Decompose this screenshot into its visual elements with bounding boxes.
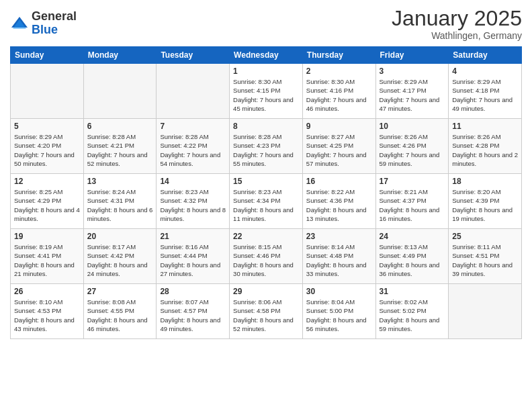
day-number: 13 bbox=[87, 177, 153, 186]
col-thursday: Thursday bbox=[302, 47, 375, 64]
day-detail: Sunrise: 8:30 AM Sunset: 4:16 PM Dayligh… bbox=[306, 77, 372, 113]
table-row: 10Sunrise: 8:26 AM Sunset: 4:26 PM Dayli… bbox=[375, 119, 449, 174]
day-detail: Sunrise: 8:25 AM Sunset: 4:29 PM Dayligh… bbox=[14, 187, 80, 223]
day-number: 17 bbox=[380, 177, 445, 186]
day-detail: Sunrise: 8:28 AM Sunset: 4:23 PM Dayligh… bbox=[233, 132, 299, 168]
day-number: 27 bbox=[87, 287, 153, 296]
day-detail: Sunrise: 8:11 AM Sunset: 4:51 PM Dayligh… bbox=[452, 242, 518, 278]
calendar-week-5: 26Sunrise: 8:10 AM Sunset: 4:53 PM Dayli… bbox=[11, 284, 522, 339]
day-number: 3 bbox=[380, 66, 445, 76]
day-detail: Sunrise: 8:30 AM Sunset: 4:15 PM Dayligh… bbox=[233, 77, 299, 113]
day-number: 6 bbox=[87, 122, 153, 131]
day-number: 19 bbox=[14, 232, 80, 241]
title-block: January 2025 Wathlingen, Germany bbox=[392, 7, 522, 41]
col-wednesday: Wednesday bbox=[230, 47, 303, 64]
table-row bbox=[83, 64, 157, 119]
day-number: 4 bbox=[452, 66, 518, 76]
col-friday: Friday bbox=[375, 47, 449, 64]
day-detail: Sunrise: 8:26 AM Sunset: 4:28 PM Dayligh… bbox=[452, 132, 518, 168]
day-detail: Sunrise: 8:20 AM Sunset: 4:39 PM Dayligh… bbox=[452, 187, 518, 223]
table-row: 18Sunrise: 8:20 AM Sunset: 4:39 PM Dayli… bbox=[449, 174, 522, 229]
day-detail: Sunrise: 8:27 AM Sunset: 4:25 PM Dayligh… bbox=[306, 132, 372, 168]
table-row: 12Sunrise: 8:25 AM Sunset: 4:29 PM Dayli… bbox=[11, 174, 84, 229]
table-row: 23Sunrise: 8:14 AM Sunset: 4:48 PM Dayli… bbox=[302, 229, 375, 284]
col-monday: Monday bbox=[83, 47, 157, 64]
day-detail: Sunrise: 8:19 AM Sunset: 4:41 PM Dayligh… bbox=[14, 242, 80, 278]
col-tuesday: Tuesday bbox=[157, 47, 230, 64]
table-row: 20Sunrise: 8:17 AM Sunset: 4:42 PM Dayli… bbox=[83, 229, 157, 284]
day-detail: Sunrise: 8:06 AM Sunset: 4:58 PM Dayligh… bbox=[233, 298, 299, 333]
table-row: 3Sunrise: 8:29 AM Sunset: 4:17 PM Daylig… bbox=[375, 64, 449, 119]
table-row: 28Sunrise: 8:07 AM Sunset: 4:57 PM Dayli… bbox=[157, 284, 230, 339]
day-number: 30 bbox=[306, 287, 372, 296]
table-row: 6Sunrise: 8:28 AM Sunset: 4:21 PM Daylig… bbox=[83, 119, 157, 174]
table-row: 27Sunrise: 8:08 AM Sunset: 4:55 PM Dayli… bbox=[83, 284, 157, 339]
table-row: 25Sunrise: 8:11 AM Sunset: 4:51 PM Dayli… bbox=[449, 229, 522, 284]
day-number: 14 bbox=[160, 177, 226, 186]
location: Wathlingen, Germany bbox=[392, 30, 522, 41]
day-number: 22 bbox=[233, 232, 299, 241]
day-number: 24 bbox=[380, 232, 445, 241]
logo-icon bbox=[10, 14, 29, 33]
header: General Blue January 2025 Wathlingen, Ge… bbox=[10, 7, 522, 41]
day-detail: Sunrise: 8:17 AM Sunset: 4:42 PM Dayligh… bbox=[87, 242, 153, 278]
table-row: 21Sunrise: 8:16 AM Sunset: 4:44 PM Dayli… bbox=[157, 229, 230, 284]
day-detail: Sunrise: 8:29 AM Sunset: 4:20 PM Dayligh… bbox=[14, 132, 80, 168]
day-number: 21 bbox=[160, 232, 226, 241]
day-number: 15 bbox=[233, 177, 299, 186]
day-number: 8 bbox=[233, 122, 299, 131]
day-detail: Sunrise: 8:10 AM Sunset: 4:53 PM Dayligh… bbox=[14, 298, 80, 333]
day-number: 29 bbox=[233, 287, 299, 296]
table-row bbox=[157, 64, 230, 119]
day-number: 23 bbox=[306, 232, 372, 241]
day-number: 26 bbox=[14, 287, 80, 296]
month-title: January 2025 bbox=[392, 7, 522, 30]
col-sunday: Sunday bbox=[11, 47, 84, 64]
day-detail: Sunrise: 8:14 AM Sunset: 4:48 PM Dayligh… bbox=[306, 242, 372, 278]
day-detail: Sunrise: 8:23 AM Sunset: 4:32 PM Dayligh… bbox=[160, 187, 226, 223]
day-number: 11 bbox=[452, 122, 518, 131]
day-number: 1 bbox=[233, 66, 299, 76]
day-detail: Sunrise: 8:26 AM Sunset: 4:26 PM Dayligh… bbox=[380, 132, 445, 168]
day-number: 10 bbox=[380, 122, 445, 131]
day-detail: Sunrise: 8:08 AM Sunset: 4:55 PM Dayligh… bbox=[87, 298, 153, 333]
page: General Blue January 2025 Wathlingen, Ge… bbox=[0, 0, 532, 411]
calendar-table: Sunday Monday Tuesday Wednesday Thursday… bbox=[10, 46, 522, 339]
day-detail: Sunrise: 8:23 AM Sunset: 4:34 PM Dayligh… bbox=[233, 187, 299, 223]
table-row: 26Sunrise: 8:10 AM Sunset: 4:53 PM Dayli… bbox=[11, 284, 84, 339]
table-row: 8Sunrise: 8:28 AM Sunset: 4:23 PM Daylig… bbox=[230, 119, 303, 174]
day-number: 12 bbox=[14, 177, 80, 186]
day-number: 18 bbox=[452, 177, 518, 186]
logo-general: General bbox=[32, 10, 77, 24]
table-row: 31Sunrise: 8:02 AM Sunset: 5:02 PM Dayli… bbox=[375, 284, 449, 339]
table-row: 9Sunrise: 8:27 AM Sunset: 4:25 PM Daylig… bbox=[302, 119, 375, 174]
day-number: 28 bbox=[160, 287, 226, 296]
day-number: 2 bbox=[306, 66, 372, 76]
calendar-week-1: 1Sunrise: 8:30 AM Sunset: 4:15 PM Daylig… bbox=[11, 64, 522, 119]
day-detail: Sunrise: 8:29 AM Sunset: 4:18 PM Dayligh… bbox=[452, 77, 518, 113]
table-row: 29Sunrise: 8:06 AM Sunset: 4:58 PM Dayli… bbox=[230, 284, 303, 339]
table-row: 19Sunrise: 8:19 AM Sunset: 4:41 PM Dayli… bbox=[11, 229, 84, 284]
logo-blue: Blue bbox=[32, 24, 77, 37]
day-detail: Sunrise: 8:22 AM Sunset: 4:36 PM Dayligh… bbox=[306, 187, 372, 223]
table-row: 1Sunrise: 8:30 AM Sunset: 4:15 PM Daylig… bbox=[230, 64, 303, 119]
day-detail: Sunrise: 8:02 AM Sunset: 5:02 PM Dayligh… bbox=[380, 298, 445, 333]
table-row: 24Sunrise: 8:13 AM Sunset: 4:49 PM Dayli… bbox=[375, 229, 449, 284]
day-detail: Sunrise: 8:07 AM Sunset: 4:57 PM Dayligh… bbox=[160, 298, 226, 333]
table-row bbox=[11, 64, 84, 119]
table-row: 22Sunrise: 8:15 AM Sunset: 4:46 PM Dayli… bbox=[230, 229, 303, 284]
table-row: 13Sunrise: 8:24 AM Sunset: 4:31 PM Dayli… bbox=[83, 174, 157, 229]
col-saturday: Saturday bbox=[449, 47, 522, 64]
day-detail: Sunrise: 8:28 AM Sunset: 4:22 PM Dayligh… bbox=[160, 132, 226, 168]
day-detail: Sunrise: 8:28 AM Sunset: 4:21 PM Dayligh… bbox=[87, 132, 153, 168]
table-row: 17Sunrise: 8:21 AM Sunset: 4:37 PM Dayli… bbox=[375, 174, 449, 229]
day-number: 20 bbox=[87, 232, 153, 241]
day-number: 9 bbox=[306, 122, 372, 131]
table-row: 11Sunrise: 8:26 AM Sunset: 4:28 PM Dayli… bbox=[449, 119, 522, 174]
day-detail: Sunrise: 8:29 AM Sunset: 4:17 PM Dayligh… bbox=[380, 77, 445, 113]
calendar-week-3: 12Sunrise: 8:25 AM Sunset: 4:29 PM Dayli… bbox=[11, 174, 522, 229]
day-detail: Sunrise: 8:24 AM Sunset: 4:31 PM Dayligh… bbox=[87, 187, 153, 223]
day-detail: Sunrise: 8:21 AM Sunset: 4:37 PM Dayligh… bbox=[380, 187, 445, 223]
table-row: 5Sunrise: 8:29 AM Sunset: 4:20 PM Daylig… bbox=[11, 119, 84, 174]
day-detail: Sunrise: 8:16 AM Sunset: 4:44 PM Dayligh… bbox=[160, 242, 226, 278]
